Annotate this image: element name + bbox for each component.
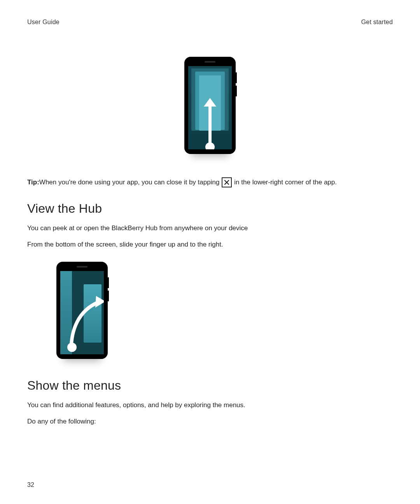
phone-illustration-hub: [56, 262, 108, 359]
document-page: User Guide Get started Tip: When you'r: [0, 0, 420, 504]
tip-label: Tip:: [27, 178, 39, 187]
view-hub-paragraph-1: You can peek at or open the BlackBerry H…: [27, 223, 393, 234]
figure-hub-peek: [56, 262, 393, 359]
page-header: User Guide Get started: [27, 19, 393, 26]
heading-show-menus: Show the menus: [27, 378, 393, 393]
figure-swipe-up: [27, 57, 393, 154]
page-number: 32: [27, 481, 34, 488]
close-icon: [222, 177, 232, 187]
show-menus-paragraph-1: You can find additional features, option…: [27, 400, 393, 411]
tip-paragraph: Tip: When you're done using your app, yo…: [27, 177, 393, 187]
heading-view-hub: View the Hub: [27, 201, 393, 216]
tip-text-after: in the lower-right corner of the app.: [234, 178, 337, 187]
swipe-up-arrow-icon: [208, 104, 212, 147]
show-menus-paragraph-2: Do any of the following:: [27, 416, 393, 427]
header-right-label: Get started: [361, 19, 393, 26]
tip-text-before: When you're done using your app, you can…: [39, 178, 219, 187]
view-hub-paragraph-2: From the bottom of the screen, slide you…: [27, 239, 393, 250]
phone-illustration: [184, 57, 236, 154]
header-left-label: User Guide: [27, 19, 60, 26]
